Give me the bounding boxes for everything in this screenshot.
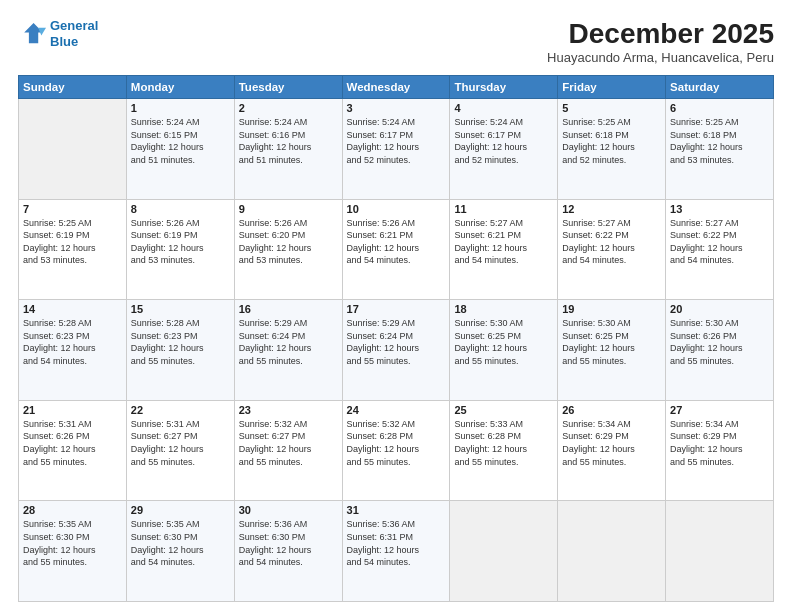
main-title: December 2025 <box>547 18 774 50</box>
calendar-cell <box>558 501 666 602</box>
cell-day-number: 30 <box>239 504 338 516</box>
header: General Blue December 2025 Huayacundo Ar… <box>18 18 774 65</box>
cell-day-number: 14 <box>23 303 122 315</box>
calendar-cell <box>450 501 558 602</box>
calendar-cell: 3Sunrise: 5:24 AM Sunset: 6:17 PM Daylig… <box>342 99 450 200</box>
calendar-cell: 31Sunrise: 5:36 AM Sunset: 6:31 PM Dayli… <box>342 501 450 602</box>
svg-marker-0 <box>24 23 43 43</box>
logo-line2: Blue <box>50 34 78 49</box>
calendar-cell: 30Sunrise: 5:36 AM Sunset: 6:30 PM Dayli… <box>234 501 342 602</box>
header-cell-monday: Monday <box>126 76 234 99</box>
cell-info: Sunrise: 5:28 AM Sunset: 6:23 PM Dayligh… <box>23 317 122 367</box>
calendar-cell: 16Sunrise: 5:29 AM Sunset: 6:24 PM Dayli… <box>234 300 342 401</box>
cell-info: Sunrise: 5:30 AM Sunset: 6:26 PM Dayligh… <box>670 317 769 367</box>
cell-info: Sunrise: 5:33 AM Sunset: 6:28 PM Dayligh… <box>454 418 553 468</box>
cell-info: Sunrise: 5:29 AM Sunset: 6:24 PM Dayligh… <box>239 317 338 367</box>
calendar-cell: 2Sunrise: 5:24 AM Sunset: 6:16 PM Daylig… <box>234 99 342 200</box>
cell-day-number: 18 <box>454 303 553 315</box>
logo: General Blue <box>18 18 98 49</box>
cell-info: Sunrise: 5:31 AM Sunset: 6:27 PM Dayligh… <box>131 418 230 468</box>
cell-day-number: 24 <box>347 404 446 416</box>
cell-day-number: 3 <box>347 102 446 114</box>
cell-info: Sunrise: 5:30 AM Sunset: 6:25 PM Dayligh… <box>562 317 661 367</box>
week-row-1: 1Sunrise: 5:24 AM Sunset: 6:15 PM Daylig… <box>19 99 774 200</box>
calendar-cell: 5Sunrise: 5:25 AM Sunset: 6:18 PM Daylig… <box>558 99 666 200</box>
header-cell-thursday: Thursday <box>450 76 558 99</box>
cell-day-number: 31 <box>347 504 446 516</box>
cell-info: Sunrise: 5:24 AM Sunset: 6:16 PM Dayligh… <box>239 116 338 166</box>
cell-info: Sunrise: 5:25 AM Sunset: 6:18 PM Dayligh… <box>562 116 661 166</box>
cell-day-number: 19 <box>562 303 661 315</box>
header-cell-tuesday: Tuesday <box>234 76 342 99</box>
week-row-4: 21Sunrise: 5:31 AM Sunset: 6:26 PM Dayli… <box>19 400 774 501</box>
calendar-cell: 26Sunrise: 5:34 AM Sunset: 6:29 PM Dayli… <box>558 400 666 501</box>
cell-info: Sunrise: 5:24 AM Sunset: 6:15 PM Dayligh… <box>131 116 230 166</box>
subtitle: Huayacundo Arma, Huancavelica, Peru <box>547 50 774 65</box>
calendar-cell: 11Sunrise: 5:27 AM Sunset: 6:21 PM Dayli… <box>450 199 558 300</box>
cell-info: Sunrise: 5:36 AM Sunset: 6:31 PM Dayligh… <box>347 518 446 568</box>
calendar-cell: 29Sunrise: 5:35 AM Sunset: 6:30 PM Dayli… <box>126 501 234 602</box>
cell-info: Sunrise: 5:26 AM Sunset: 6:19 PM Dayligh… <box>131 217 230 267</box>
title-area: December 2025 Huayacundo Arma, Huancavel… <box>547 18 774 65</box>
cell-info: Sunrise: 5:24 AM Sunset: 6:17 PM Dayligh… <box>347 116 446 166</box>
cell-day-number: 27 <box>670 404 769 416</box>
cell-info: Sunrise: 5:31 AM Sunset: 6:26 PM Dayligh… <box>23 418 122 468</box>
cell-day-number: 2 <box>239 102 338 114</box>
cell-info: Sunrise: 5:28 AM Sunset: 6:23 PM Dayligh… <box>131 317 230 367</box>
cell-info: Sunrise: 5:36 AM Sunset: 6:30 PM Dayligh… <box>239 518 338 568</box>
cell-day-number: 6 <box>670 102 769 114</box>
logo-text: General Blue <box>50 18 98 49</box>
cell-day-number: 11 <box>454 203 553 215</box>
cell-info: Sunrise: 5:35 AM Sunset: 6:30 PM Dayligh… <box>23 518 122 568</box>
calendar-cell: 1Sunrise: 5:24 AM Sunset: 6:15 PM Daylig… <box>126 99 234 200</box>
cell-day-number: 4 <box>454 102 553 114</box>
page: General Blue December 2025 Huayacundo Ar… <box>0 0 792 612</box>
cell-info: Sunrise: 5:26 AM Sunset: 6:20 PM Dayligh… <box>239 217 338 267</box>
cell-info: Sunrise: 5:24 AM Sunset: 6:17 PM Dayligh… <box>454 116 553 166</box>
cell-day-number: 26 <box>562 404 661 416</box>
calendar-cell: 13Sunrise: 5:27 AM Sunset: 6:22 PM Dayli… <box>666 199 774 300</box>
calendar-cell: 4Sunrise: 5:24 AM Sunset: 6:17 PM Daylig… <box>450 99 558 200</box>
calendar-cell: 7Sunrise: 5:25 AM Sunset: 6:19 PM Daylig… <box>19 199 127 300</box>
cell-info: Sunrise: 5:27 AM Sunset: 6:21 PM Dayligh… <box>454 217 553 267</box>
calendar-cell: 20Sunrise: 5:30 AM Sunset: 6:26 PM Dayli… <box>666 300 774 401</box>
week-row-3: 14Sunrise: 5:28 AM Sunset: 6:23 PM Dayli… <box>19 300 774 401</box>
calendar-cell: 18Sunrise: 5:30 AM Sunset: 6:25 PM Dayli… <box>450 300 558 401</box>
header-row: SundayMondayTuesdayWednesdayThursdayFrid… <box>19 76 774 99</box>
cell-day-number: 22 <box>131 404 230 416</box>
calendar-cell <box>666 501 774 602</box>
calendar-cell: 24Sunrise: 5:32 AM Sunset: 6:28 PM Dayli… <box>342 400 450 501</box>
cell-day-number: 21 <box>23 404 122 416</box>
cell-day-number: 17 <box>347 303 446 315</box>
cell-day-number: 9 <box>239 203 338 215</box>
calendar-header: SundayMondayTuesdayWednesdayThursdayFrid… <box>19 76 774 99</box>
calendar-cell: 15Sunrise: 5:28 AM Sunset: 6:23 PM Dayli… <box>126 300 234 401</box>
cell-info: Sunrise: 5:30 AM Sunset: 6:25 PM Dayligh… <box>454 317 553 367</box>
header-cell-wednesday: Wednesday <box>342 76 450 99</box>
calendar-cell: 10Sunrise: 5:26 AM Sunset: 6:21 PM Dayli… <box>342 199 450 300</box>
cell-info: Sunrise: 5:27 AM Sunset: 6:22 PM Dayligh… <box>670 217 769 267</box>
cell-day-number: 12 <box>562 203 661 215</box>
cell-day-number: 20 <box>670 303 769 315</box>
cell-info: Sunrise: 5:26 AM Sunset: 6:21 PM Dayligh… <box>347 217 446 267</box>
cell-day-number: 25 <box>454 404 553 416</box>
calendar-cell: 21Sunrise: 5:31 AM Sunset: 6:26 PM Dayli… <box>19 400 127 501</box>
calendar-cell: 19Sunrise: 5:30 AM Sunset: 6:25 PM Dayli… <box>558 300 666 401</box>
cell-day-number: 13 <box>670 203 769 215</box>
header-cell-friday: Friday <box>558 76 666 99</box>
cell-day-number: 1 <box>131 102 230 114</box>
calendar-cell: 28Sunrise: 5:35 AM Sunset: 6:30 PM Dayli… <box>19 501 127 602</box>
calendar-cell: 27Sunrise: 5:34 AM Sunset: 6:29 PM Dayli… <box>666 400 774 501</box>
cell-day-number: 10 <box>347 203 446 215</box>
header-cell-sunday: Sunday <box>19 76 127 99</box>
week-row-2: 7Sunrise: 5:25 AM Sunset: 6:19 PM Daylig… <box>19 199 774 300</box>
cell-info: Sunrise: 5:34 AM Sunset: 6:29 PM Dayligh… <box>670 418 769 468</box>
week-row-5: 28Sunrise: 5:35 AM Sunset: 6:30 PM Dayli… <box>19 501 774 602</box>
calendar-cell: 14Sunrise: 5:28 AM Sunset: 6:23 PM Dayli… <box>19 300 127 401</box>
calendar-cell: 22Sunrise: 5:31 AM Sunset: 6:27 PM Dayli… <box>126 400 234 501</box>
cell-day-number: 29 <box>131 504 230 516</box>
calendar-cell: 12Sunrise: 5:27 AM Sunset: 6:22 PM Dayli… <box>558 199 666 300</box>
cell-info: Sunrise: 5:34 AM Sunset: 6:29 PM Dayligh… <box>562 418 661 468</box>
cell-day-number: 16 <box>239 303 338 315</box>
header-cell-saturday: Saturday <box>666 76 774 99</box>
